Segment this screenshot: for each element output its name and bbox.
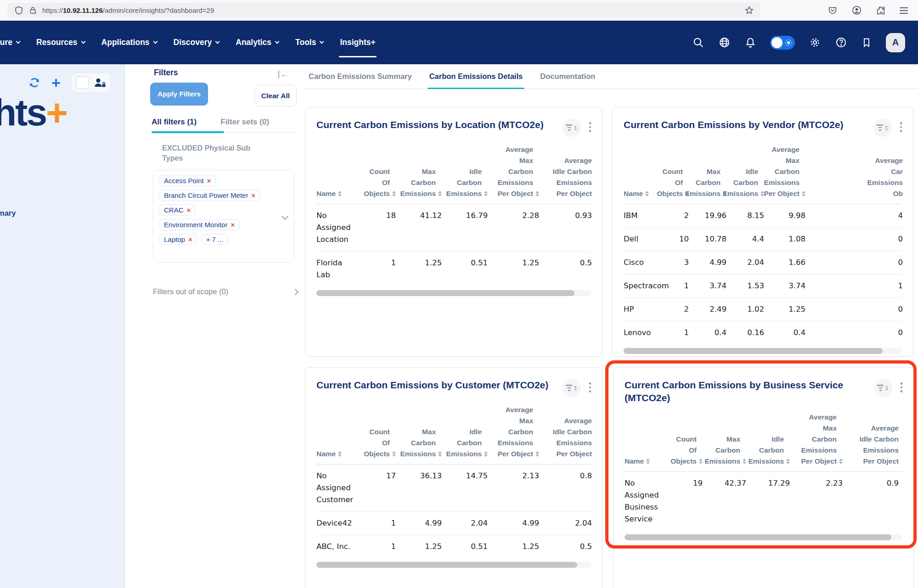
menu-icon[interactable] (900, 7, 908, 14)
lock-icon[interactable] (28, 6, 38, 15)
search-icon[interactable] (692, 36, 704, 49)
column-header[interactable]: Name (624, 188, 656, 199)
nav-item-discovery[interactable]: Discovery (174, 38, 220, 47)
filter-chip[interactable]: Access Point× (159, 175, 216, 186)
tab-carbon-emissions-details[interactable]: Carbon Emissions Details (429, 72, 523, 81)
column-header[interactable]: Name (316, 448, 355, 459)
more-options-icon[interactable] (900, 122, 902, 132)
shield-icon[interactable] (14, 6, 24, 16)
column-header[interactable]: Count Of Objects (656, 166, 689, 199)
column-header[interactable]: Max Carbon Emissions (396, 166, 442, 199)
column-header[interactable]: Max Carbon Emissions (703, 434, 746, 467)
filter-chip[interactable]: Laptop× (159, 234, 197, 245)
user-avatar[interactable]: A (886, 33, 905, 52)
sort-icon[interactable] (743, 459, 746, 464)
sidebar-item-summary-truncated[interactable]: mary (0, 209, 16, 218)
column-header[interactable]: Average Max Carbon Emissions Per Object (790, 412, 843, 467)
filters-out-of-scope[interactable]: Filters out of scope (0) (153, 287, 298, 296)
settings-gear-icon[interactable] (809, 36, 821, 49)
sort-icon[interactable] (484, 191, 488, 196)
tab-documentation[interactable]: Documentation (540, 72, 595, 81)
scrollbar-thumb[interactable] (625, 534, 891, 540)
filter-chip[interactable]: Environment Monitor× (159, 219, 240, 230)
sort-icon[interactable] (839, 459, 843, 464)
scrollbar-thumb[interactable] (624, 348, 883, 354)
checkbox[interactable] (76, 76, 89, 89)
notifications-bell-icon[interactable] (744, 37, 756, 49)
horizontal-scrollbar[interactable] (316, 290, 591, 296)
scrollbar-thumb[interactable] (316, 290, 574, 296)
column-header[interactable]: Average Max Carbon Emissions Per Object (764, 144, 805, 199)
column-header[interactable]: Count Of Objects (666, 434, 703, 467)
sort-icon[interactable] (392, 191, 396, 196)
filter-icon[interactable]: 1 (563, 379, 581, 397)
add-icon[interactable]: + (51, 76, 61, 89)
pocket-icon[interactable] (828, 6, 838, 16)
extensions-puzzle-icon[interactable] (876, 6, 886, 16)
column-header[interactable]: Average Max Carbon Emissions Per Object (488, 144, 539, 199)
sort-icon[interactable] (438, 191, 442, 196)
remove-chip-icon[interactable]: × (187, 206, 191, 214)
column-header[interactable]: Max Carbon Emissions (689, 166, 727, 199)
remove-chip-icon[interactable]: × (251, 191, 255, 199)
filter-chip[interactable]: CRAC× (159, 204, 196, 216)
sort-icon[interactable] (646, 459, 650, 464)
column-header[interactable]: Idle Carbon Emissions (442, 166, 488, 199)
sort-icon[interactable] (802, 191, 805, 196)
nav-item-applications[interactable]: Applications (101, 38, 157, 47)
sort-icon[interactable] (338, 191, 342, 196)
tab-carbon-emissions-summary[interactable]: Carbon Emissions Summary (309, 72, 412, 81)
more-chips-badge[interactable]: + 7 ... (201, 234, 229, 245)
nav-item-analytics[interactable]: Analytics (236, 38, 279, 47)
more-options-icon[interactable] (901, 382, 903, 392)
user-lock-icon[interactable] (93, 77, 106, 89)
column-header[interactable]: Name (625, 456, 666, 467)
tab-filter-sets[interactable]: Filter sets (0) (220, 118, 269, 127)
help-icon[interactable] (835, 36, 847, 49)
remove-chip-icon[interactable]: × (188, 235, 192, 243)
column-header[interactable]: Count Of Objects (355, 426, 396, 459)
remove-chip-icon[interactable]: × (207, 177, 211, 185)
tab-all-filters[interactable]: All filters (1) (152, 118, 197, 127)
nav-item-tools[interactable]: Tools (295, 38, 323, 47)
sort-icon[interactable] (484, 451, 488, 457)
column-header[interactable]: Idle Carbon Emissions (746, 434, 790, 467)
sort-icon[interactable] (699, 459, 703, 464)
scrollbar-thumb[interactable] (316, 562, 577, 568)
filter-icon[interactable]: 1 (873, 118, 892, 137)
refresh-icon[interactable] (28, 76, 41, 90)
nav-item-resources[interactable]: Resources (36, 38, 85, 47)
url-text[interactable]: https://10.92.11.126/admin/core/insights… (42, 6, 214, 14)
sort-icon[interactable] (535, 451, 539, 457)
sort-icon[interactable] (645, 191, 649, 196)
column-header[interactable]: Idle Carbon Emissions (727, 166, 764, 199)
nav-item-insights-plus[interactable]: Insights+ (340, 38, 375, 47)
remove-chip-icon[interactable]: × (231, 221, 235, 229)
bookmark-icon[interactable] (861, 37, 872, 48)
sort-icon[interactable] (786, 459, 790, 464)
sort-icon[interactable] (338, 451, 342, 457)
horizontal-scrollbar[interactable] (624, 348, 902, 354)
horizontal-scrollbar[interactable] (625, 534, 902, 540)
theme-toggle[interactable] (770, 36, 795, 50)
account-icon[interactable] (851, 5, 862, 16)
column-header[interactable]: Name (316, 188, 355, 199)
filter-chip[interactable]: Branch Circuit Power Meter× (159, 190, 260, 201)
sort-icon[interactable] (438, 451, 442, 457)
sort-icon[interactable] (535, 191, 539, 196)
column-header[interactable]: Max Carbon Emissions (396, 426, 442, 459)
globe-icon[interactable] (718, 36, 731, 49)
filter-icon[interactable]: 1 (563, 118, 581, 137)
more-options-icon[interactable] (589, 122, 591, 132)
sort-icon[interactable] (392, 451, 396, 457)
filter-icon[interactable]: 1 (874, 379, 892, 397)
apply-filters-button[interactable]: Apply Filters (150, 83, 208, 106)
more-options-icon[interactable] (589, 382, 591, 392)
column-header[interactable]: Count Of Objects (355, 166, 396, 199)
column-header[interactable]: Idle Carbon Emissions (442, 426, 488, 459)
url-bar[interactable]: https://10.92.11.126/admin/core/insights… (7, 3, 760, 18)
horizontal-scrollbar[interactable] (316, 562, 591, 568)
collapse-panel-icon[interactable]: ← (278, 71, 289, 78)
column-header[interactable]: Average Max Carbon Emissions Per Object (488, 404, 539, 459)
nav-item-infrastructure-truncated[interactable]: ture (0, 38, 20, 47)
